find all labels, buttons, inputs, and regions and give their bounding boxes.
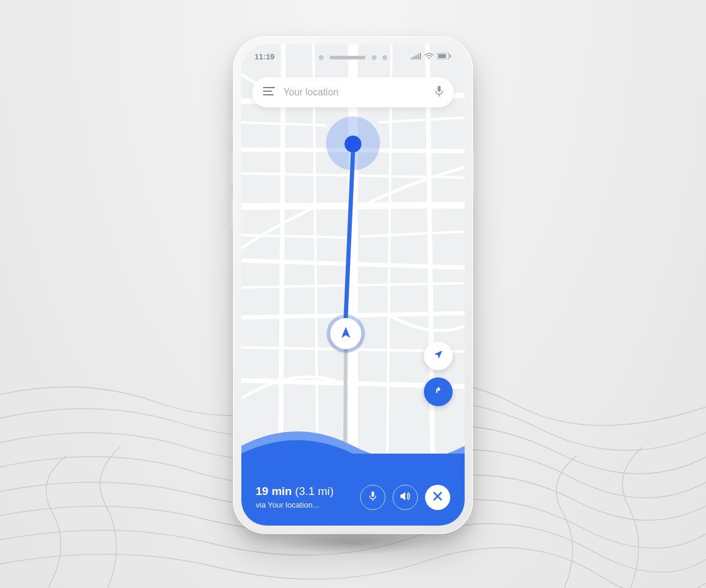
location-arrow-icon <box>433 349 444 362</box>
close-navigation-button[interactable] <box>425 485 450 510</box>
turn-right-icon <box>432 385 444 399</box>
trip-panel: 19 min (3.1 mi) via Your location... <box>241 421 465 526</box>
mic-icon[interactable] <box>435 86 443 99</box>
trip-duration: 19 min <box>256 485 292 497</box>
signal-icon <box>411 52 421 61</box>
volume-down-button <box>231 195 233 228</box>
menu-icon[interactable] <box>263 87 275 98</box>
phone-frame: 11:19 <box>233 36 473 534</box>
trip-via-text: via Your location... <box>256 500 360 509</box>
recenter-button[interactable] <box>424 341 453 370</box>
svg-rect-15 <box>372 491 374 497</box>
search-bar[interactable] <box>252 77 454 107</box>
phone-screen: 11:19 <box>241 44 465 526</box>
wifi-icon <box>424 52 433 61</box>
sound-button[interactable] <box>393 485 418 510</box>
status-time: 11:19 <box>255 52 274 61</box>
mic-icon <box>369 491 376 503</box>
svg-rect-3 <box>418 54 419 59</box>
svg-rect-7 <box>438 54 446 58</box>
mute-switch <box>231 120 233 138</box>
speaker-icon <box>400 491 411 503</box>
svg-rect-13 <box>438 86 441 92</box>
volume-up-button <box>231 153 233 186</box>
directions-button[interactable] <box>424 377 453 406</box>
battery-icon <box>437 52 451 61</box>
voice-search-button[interactable] <box>360 485 385 510</box>
svg-rect-4 <box>420 53 421 59</box>
notch <box>319 55 387 60</box>
trip-summary: 19 min (3.1 mi) via Your location... <box>256 485 360 509</box>
svg-rect-2 <box>415 55 417 59</box>
trip-distance: (3.1 mi) <box>295 485 333 497</box>
svg-rect-0 <box>411 58 412 59</box>
speaker-grill <box>330 56 366 59</box>
search-input[interactable] <box>283 87 427 98</box>
svg-rect-1 <box>414 56 415 59</box>
sensor-dot-2 <box>382 55 387 60</box>
svg-point-5 <box>428 57 430 59</box>
power-button <box>473 150 475 198</box>
camera-dot <box>372 55 376 60</box>
sensor-dot <box>319 55 324 60</box>
close-icon <box>433 491 442 503</box>
svg-rect-8 <box>450 55 451 57</box>
